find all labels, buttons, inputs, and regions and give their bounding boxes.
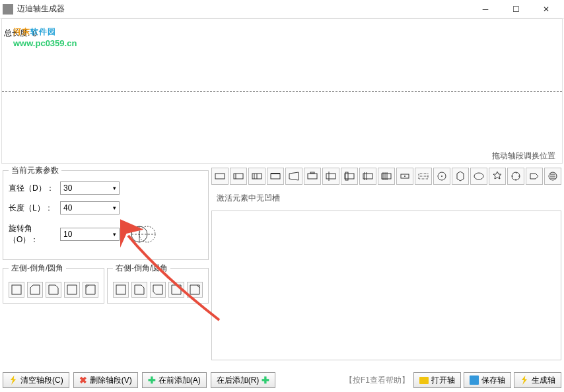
rotation-label: 旋转角（O）：	[9, 223, 55, 245]
left-chamfer-fieldset: 左侧-倒角/圆角	[3, 263, 104, 304]
folder-icon	[419, 377, 429, 384]
seg-type-14[interactable]	[452, 168, 469, 185]
length-label: 长度（L）：	[9, 203, 55, 214]
add-after-button[interactable]: 在后添加(R)✚	[211, 372, 276, 388]
svg-rect-14	[308, 174, 317, 179]
svg-point-28	[404, 176, 405, 177]
left-chamfer-opt-1[interactable]	[9, 282, 24, 298]
svg-rect-6	[215, 174, 225, 179]
app-icon	[3, 4, 13, 15]
slot-area	[211, 211, 561, 360]
right-chamfer-opt-2[interactable]	[131, 282, 147, 298]
seg-type-8[interactable]	[341, 168, 358, 185]
rotation-diagram-icon	[127, 221, 159, 247]
seg-type-9[interactable]	[359, 168, 376, 185]
seg-type-3[interactable]	[248, 168, 265, 185]
save-shaft-button[interactable]: 保存轴	[464, 372, 511, 388]
params-fieldset: 当前元素参数 直径（D）： 30▾ 长度（L）： 40▾ 旋转角（O）：	[3, 165, 209, 260]
right-chamfer-legend: 右侧-倒角/圆角	[113, 263, 170, 274]
svg-point-32	[474, 173, 483, 180]
help-hint: 【按F1查看帮助】	[345, 375, 409, 386]
seg-type-15[interactable]	[470, 168, 487, 185]
svg-rect-15	[310, 172, 314, 174]
seg-type-18[interactable]	[526, 168, 543, 185]
right-chamfer-opt-4[interactable]	[168, 282, 184, 298]
chevron-down-icon: ▾	[113, 205, 116, 211]
drag-hint: 拖动轴段调换位置	[492, 150, 555, 162]
seg-type-7[interactable]	[322, 168, 339, 185]
seg-type-11[interactable]	[396, 168, 413, 185]
seg-type-12[interactable]	[415, 168, 432, 185]
rotation-combo[interactable]: 10▾	[60, 228, 120, 241]
svg-rect-12	[271, 174, 280, 179]
left-chamfer-legend: 左侧-倒角/圆角	[9, 263, 66, 274]
preview-canvas[interactable]: 拖动轴段调换位置	[1, 18, 563, 164]
left-chamfer-opt-3[interactable]	[46, 282, 61, 298]
delete-segment-button[interactable]: ✖删除轴段(V)	[73, 372, 138, 388]
seg-type-6[interactable]	[304, 168, 321, 185]
left-chamfer-opt-2[interactable]	[27, 282, 43, 298]
segment-type-toolbar	[211, 165, 561, 187]
seg-type-1[interactable]	[211, 168, 229, 185]
svg-rect-16	[326, 174, 335, 179]
length-combo[interactable]: 40▾	[60, 201, 120, 214]
clear-segments-button[interactable]: 清空轴段(C)	[3, 372, 69, 388]
left-chamfer-opt-5[interactable]	[83, 282, 98, 298]
slot-hint: 激活元素中无凹槽	[211, 187, 561, 209]
save-icon	[470, 376, 479, 385]
right-chamfer-opt-3[interactable]	[150, 282, 166, 298]
plus-icon: ✚	[262, 375, 269, 385]
svg-point-30	[441, 176, 442, 177]
seg-type-17[interactable]	[507, 168, 524, 185]
right-chamfer-opt-5[interactable]	[187, 282, 203, 298]
open-shaft-button[interactable]: 打开轴	[413, 372, 461, 388]
chevron-down-icon: ▾	[113, 185, 116, 191]
chevron-down-icon: ▾	[113, 231, 116, 238]
lightning-icon	[520, 376, 529, 385]
plus-icon: ✚	[148, 375, 156, 385]
svg-rect-18	[345, 174, 354, 179]
window-title: 迈迪轴生成器	[17, 3, 470, 15]
total-length-label: 总长度: 0	[4, 28, 37, 39]
lightning-icon	[9, 376, 18, 385]
diameter-combo[interactable]: 30▾	[60, 181, 120, 195]
add-before-button[interactable]: ✚在前添加(A)	[142, 372, 207, 388]
seg-type-13[interactable]	[433, 168, 450, 185]
axis-centerline	[2, 91, 562, 92]
params-legend: 当前元素参数	[9, 165, 61, 176]
svg-marker-31	[457, 172, 464, 181]
generate-shaft-button[interactable]: 生成轴	[514, 372, 561, 388]
diameter-label: 直径（D）：	[9, 183, 55, 194]
maximize-button[interactable]: ☐	[501, 0, 531, 18]
right-chamfer-fieldset: 右侧-倒角/圆角	[107, 263, 209, 304]
seg-type-4[interactable]	[267, 168, 284, 185]
right-chamfer-opt-1[interactable]	[113, 282, 129, 298]
seg-type-5[interactable]	[285, 168, 302, 185]
seg-type-10[interactable]	[378, 168, 395, 185]
svg-rect-5	[116, 285, 125, 294]
minimize-button[interactable]: ─	[470, 0, 501, 18]
left-chamfer-opt-4[interactable]	[64, 282, 80, 298]
close-button[interactable]: ✕	[531, 0, 561, 18]
svg-rect-7	[234, 174, 243, 179]
svg-rect-4	[12, 285, 21, 294]
delete-icon: ✖	[79, 375, 87, 385]
seg-type-19[interactable]	[544, 168, 561, 185]
seg-type-2[interactable]	[230, 168, 247, 185]
seg-type-16[interactable]	[489, 168, 506, 185]
